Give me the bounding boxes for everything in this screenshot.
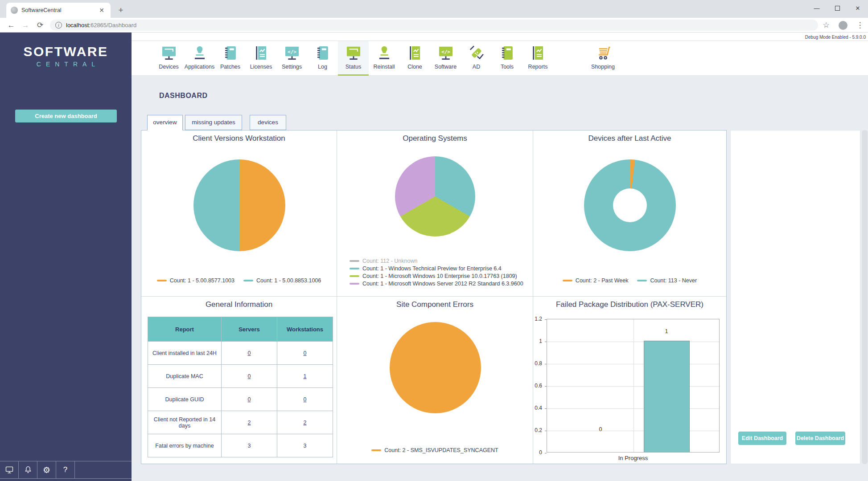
report-icon xyxy=(406,44,424,62)
toolbar-item-log[interactable]: Log xyxy=(307,41,338,76)
notifications-bell-icon[interactable] xyxy=(19,461,37,478)
forward-icon[interactable]: → xyxy=(19,18,32,33)
gridline xyxy=(547,408,719,409)
page-info-icon[interactable]: i xyxy=(55,22,62,29)
page-scrollbar[interactable] xyxy=(862,130,868,464)
reload-icon[interactable]: ⟳ xyxy=(33,18,47,33)
toolbar-item-status[interactable]: Status xyxy=(338,41,369,76)
y-axis-tick-label: 0.6 xyxy=(531,383,542,389)
toolbar-item-software[interactable]: </>Software xyxy=(430,41,461,76)
workstations-count-cell: 2 xyxy=(277,411,333,434)
legend-label: Count: 113 - Never xyxy=(650,277,697,284)
toolbar-item-label: Log xyxy=(318,64,327,70)
notebook-icon xyxy=(498,44,516,62)
report-name-cell: Duplicate GUID xyxy=(148,388,222,411)
toolbar-item-ad[interactable]: AD xyxy=(461,41,492,76)
chart-legend-item[interactable]: Count: 1 - Microsoft Windows Server 2012… xyxy=(350,281,523,287)
tab-overview[interactable]: overview xyxy=(147,115,183,130)
chart-legend-item[interactable]: Count: 1 - 5.00.8577.1003 xyxy=(157,277,234,284)
toolbar-item-shopping[interactable]: Shopping xyxy=(588,41,618,76)
bar-in-progress xyxy=(644,341,690,452)
toolbar-item-clone[interactable]: Clone xyxy=(399,41,430,76)
servers-count-cell: 3 xyxy=(222,434,277,457)
settings-gear-icon[interactable]: ⚙ xyxy=(37,461,56,478)
legend-label: Count: 1 - Microsoft Windows 10 Enterpri… xyxy=(362,273,517,279)
count-link[interactable]: 0 xyxy=(304,350,307,356)
table-row: Fatal errors by machine33 xyxy=(148,434,333,457)
count-link[interactable]: 0 xyxy=(248,373,251,379)
toolbar-item-label: Patches xyxy=(220,64,240,70)
chart-legend-item[interactable]: Count: 113 - Never xyxy=(637,277,697,284)
chart-legend-item[interactable]: Count: 112 - Unknown xyxy=(350,258,523,264)
toolbar-item-label: Devices xyxy=(159,64,178,70)
toolbar-item-licenses[interactable]: Licenses xyxy=(246,41,276,76)
chart-legend: Count: 1 - 5.00.8577.1003Count: 1 - 5.00… xyxy=(141,277,337,284)
tab-devices[interactable]: devices xyxy=(250,115,286,130)
chart-legend-item[interactable]: Count: 2 - Past Week xyxy=(563,277,629,284)
widget-general-information: General InformationReportServersWorkstat… xyxy=(141,297,337,464)
bookmark-star-icon[interactable]: ☆ xyxy=(819,18,833,33)
toolbar-item-reinstall[interactable]: Reinstall xyxy=(369,41,399,76)
minimize-button[interactable]: — xyxy=(806,0,827,16)
delete-dashboard-button[interactable]: Delete Dashboard xyxy=(795,432,845,445)
count-link[interactable]: 0 xyxy=(304,396,307,403)
widget-devices-last-active: Devices after Last ActiveCount: 2 - Past… xyxy=(533,130,726,297)
url-input[interactable]: i localhost:62865/Dashboard xyxy=(50,20,818,31)
cart-icon xyxy=(594,44,612,62)
profile-avatar[interactable] xyxy=(839,21,847,30)
count-link[interactable]: 0 xyxy=(248,396,251,403)
chart-legend-item[interactable]: Count: 1 - 5.00.8853.1006 xyxy=(243,277,321,284)
donut-hole xyxy=(613,188,647,222)
chart-legend-item[interactable]: Count: 1 - Microsoft Windows 10 Enterpri… xyxy=(350,273,523,279)
workstations-count-cell: 1 xyxy=(277,365,333,388)
back-icon[interactable]: ← xyxy=(4,18,18,33)
tab-close-icon[interactable]: ✕ xyxy=(97,7,106,14)
maximize-button[interactable] xyxy=(827,0,847,16)
gridline xyxy=(547,364,719,364)
chart-legend: Count: 2 - Past WeekCount: 113 - Never xyxy=(533,277,726,284)
chart-legend-item[interactable]: Count: 1 - Windows Technical Preview for… xyxy=(350,265,523,272)
toolbar-item-tools[interactable]: Tools xyxy=(492,41,522,76)
window-controls: — ✕ xyxy=(806,0,868,16)
chart-legend-item[interactable]: Count: 2 - SMS_ISVUPDATES_SYNCAGENT xyxy=(371,447,498,453)
close-button[interactable]: ✕ xyxy=(847,0,868,16)
servers-count-cell: 2 xyxy=(222,411,277,434)
pie-chart xyxy=(395,156,475,236)
count-link[interactable]: 1 xyxy=(304,373,307,379)
x-axis-label: In Progress xyxy=(547,455,720,461)
new-tab-button[interactable]: + xyxy=(115,4,127,16)
legend-dash xyxy=(563,280,572,281)
browser-menu-icon[interactable]: ⋮ xyxy=(853,18,867,33)
edit-dashboard-button[interactable]: Edit Dashboard xyxy=(738,432,786,445)
toolbar-item-patches[interactable]: Patches xyxy=(215,41,246,76)
axis-tick xyxy=(545,386,547,387)
tab-missing-updates[interactable]: missing updates xyxy=(185,115,242,130)
chart-legend: Count: 2 - SMS_ISVUPDATES_SYNCAGENT xyxy=(337,447,533,453)
y-axis-tick-label: 0 xyxy=(531,449,542,456)
count-link[interactable]: 0 xyxy=(248,350,251,356)
remote-desktop-icon[interactable] xyxy=(0,461,19,478)
widget-title: General Information xyxy=(141,300,337,309)
toolbar-item-label: Tools xyxy=(501,64,514,70)
workstations-count-cell: 0 xyxy=(277,388,333,411)
help-icon[interactable]: ? xyxy=(56,461,75,478)
create-new-dashboard-button[interactable]: Create new dashboard xyxy=(15,110,117,122)
count-link[interactable]: 2 xyxy=(304,420,307,426)
count-link[interactable]: 2 xyxy=(248,420,251,426)
servers-count-cell: 0 xyxy=(222,365,277,388)
url-host: localhost: xyxy=(66,22,91,29)
y-axis-tick-label: 0.8 xyxy=(531,360,542,367)
toolbar-item-applications[interactable]: Applications xyxy=(184,41,215,76)
bar-value-label: 1 xyxy=(658,328,675,334)
browser-tab[interactable]: SoftwareCentral ✕ xyxy=(6,3,111,18)
monitor-icon xyxy=(160,44,178,62)
toolbar-item-devices[interactable]: Devices xyxy=(153,41,184,76)
widget-client-versions: Client Versions WorkstationCount: 1 - 5.… xyxy=(141,130,337,297)
report-icon xyxy=(529,44,547,62)
toolbar-item-settings[interactable]: </>Settings xyxy=(276,41,307,76)
legend-label: Count: 2 - SMS_ISVUPDATES_SYNCAGENT xyxy=(384,447,498,453)
toolbar-item-reports[interactable]: Reports xyxy=(522,41,553,76)
legend-label: Count: 1 - 5.00.8577.1003 xyxy=(170,277,234,284)
table-header-workstations: Workstations xyxy=(277,317,333,342)
toolbar-item-label: Reports xyxy=(528,64,548,70)
